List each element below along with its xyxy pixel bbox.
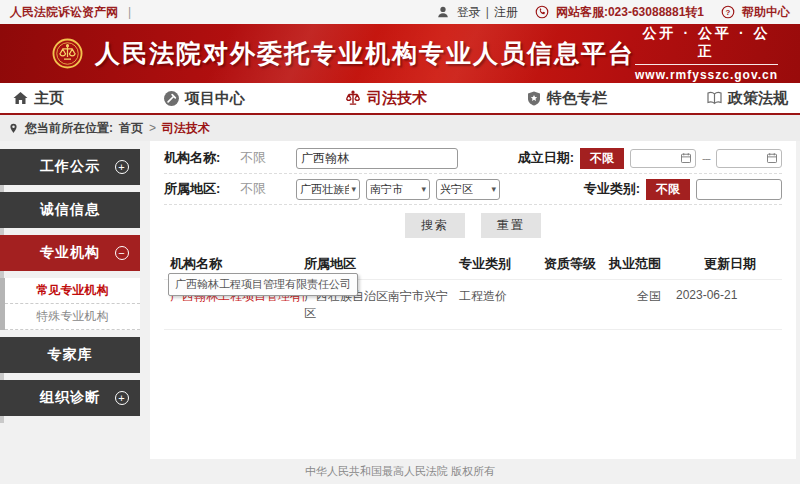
reset-button[interactable]: 重置 — [481, 213, 541, 238]
project-center-icon — [163, 90, 180, 107]
cell-category: 工程造价 — [459, 288, 544, 322]
expand-plus-icon[interactable]: + — [115, 160, 129, 174]
breadcrumb-separator: > — [149, 121, 156, 135]
founding-date-any-button[interactable]: 不限 — [580, 148, 624, 169]
nav-item-home[interactable]: 主页 — [12, 89, 64, 108]
nav-label: 主页 — [34, 89, 64, 108]
collapse-minus-icon[interactable]: − — [115, 246, 129, 260]
nav-label: 特色专栏 — [547, 89, 607, 108]
main-area: 工作公示 + 诚信信息 专业机构 − 常见专业机构 特殊专业机构 专家库 组织诊… — [0, 141, 800, 459]
region-any-option[interactable]: 不限 — [240, 180, 296, 198]
cell-grade — [544, 288, 609, 322]
header-category: 专业类别 — [459, 255, 544, 273]
chevron-down-icon: ▾ — [349, 184, 356, 194]
header-grade: 资质等级 — [544, 255, 609, 273]
district-select-value: 兴宁区 — [440, 182, 473, 197]
founding-date-from-input[interactable] — [630, 149, 696, 168]
region-label: 所属地区: — [164, 180, 240, 198]
date-range-separator: --- — [702, 152, 710, 164]
category-label: 专业类别: — [584, 180, 640, 198]
calendar-icon[interactable] — [680, 152, 692, 164]
sidebar-item-expert-library[interactable]: 专家库 — [0, 337, 140, 373]
book-icon — [706, 90, 723, 106]
header-scope: 执业范围 — [609, 255, 704, 273]
topbar-divider: | — [128, 5, 131, 19]
customer-service-label[interactable]: 网站客服:023-63088881转1 — [556, 4, 704, 21]
submenu-item-common-orgs[interactable]: 常见专业机构 — [5, 278, 140, 304]
content-panel: 机构名称: 不限 成立日期: 不限 --- — [150, 141, 796, 459]
phone-icon — [535, 5, 549, 19]
court-emblem-icon — [52, 38, 83, 69]
category-any-button[interactable]: 不限 — [646, 179, 690, 200]
region-selects: 广西壮族自治 ▾ 南宁市 ▾ 兴宁区 ▾ — [296, 179, 500, 200]
cell-scope: 全国 — [609, 288, 676, 322]
category-group: 专业类别: 不限 — [584, 179, 782, 200]
site-banner: 人民法院对外委托专业机构专业人员信息平台 公开 · 公平 · 公正 www.rm… — [0, 24, 800, 83]
founding-date-group: 成立日期: 不限 --- — [518, 148, 782, 169]
svg-text:?: ? — [726, 8, 731, 17]
sidebar-item-label: 组织诊断 — [40, 389, 100, 407]
founding-date-to-input[interactable] — [716, 149, 782, 168]
sidebar-item-label: 专业机构 — [40, 244, 100, 262]
org-name-any-option[interactable]: 不限 — [240, 149, 296, 167]
home-icon — [12, 90, 29, 106]
sidebar-item-label: 专家库 — [48, 346, 93, 364]
city-select[interactable]: 南宁市 ▾ — [366, 179, 430, 200]
register-link[interactable]: 注册 — [494, 4, 518, 21]
top-utility-bar: 人民法院诉讼资产网 | 登录 | 注册 网站客服:023-63088881转1 … — [0, 0, 800, 24]
submenu-item-special-orgs[interactable]: 特殊专业机构 — [5, 304, 140, 330]
form-actions: 搜索 重置 — [150, 205, 796, 244]
badge-icon — [526, 90, 542, 107]
org-name-input[interactable] — [296, 148, 458, 169]
help-center-link[interactable]: 帮助中心 — [742, 4, 790, 21]
district-select[interactable]: 兴宁区 ▾ — [436, 179, 500, 200]
professional-orgs-submenu: 常见专业机构 特殊专业机构 — [0, 278, 140, 330]
nav-item-featured[interactable]: 特色专栏 — [526, 89, 607, 108]
chevron-down-icon: ▾ — [419, 184, 426, 194]
asset-site-link[interactable]: 人民法院诉讼资产网 — [10, 4, 118, 21]
sidebar-item-work-publicity[interactable]: 工作公示 + — [0, 149, 140, 185]
platform-title: 人民法院对外委托专业机构专业人员信息平台 — [95, 37, 635, 70]
nav-item-policies[interactable]: 政策法规 — [706, 89, 788, 108]
founding-date-label: 成立日期: — [518, 149, 574, 167]
user-icon — [436, 5, 450, 19]
login-register-separator: | — [486, 5, 489, 19]
category-input[interactable] — [696, 179, 782, 200]
banner-slogan-block: 公开 · 公平 · 公正 www.rmfysszc.gov.cn — [635, 25, 778, 82]
main-nav: 主页 项目中心 司法技术 特色专栏 政策法规 — [0, 83, 800, 115]
breadcrumb-prefix: 您当前所在位置: — [25, 120, 113, 137]
breadcrumb-current[interactable]: 司法技术 — [162, 120, 210, 137]
site-url: www.rmfysszc.gov.cn — [635, 65, 778, 82]
help-icon: ? — [721, 5, 735, 19]
province-select-value: 广西壮族自治 — [300, 182, 349, 197]
nav-label: 司法技术 — [367, 89, 427, 108]
expand-plus-icon[interactable]: + — [115, 391, 129, 405]
sidebar: 工作公示 + 诚信信息 专业机构 − 常见专业机构 特殊专业机构 专家库 组织诊… — [0, 141, 140, 423]
form-row-region: 所属地区: 不限 广西壮族自治 ▾ 南宁市 ▾ 兴宁区 ▾ 专业类别: 不限 — [164, 174, 782, 205]
footer: 中华人民共和国最高人民法院 版权所有 — [0, 459, 800, 483]
sidebar-item-professional-orgs[interactable]: 专业机构 − — [0, 235, 140, 271]
nav-label: 项目中心 — [185, 89, 245, 108]
sidebar-item-org-diagnosis[interactable]: 组织诊断 + — [0, 380, 140, 416]
nav-item-judicial-tech[interactable]: 司法技术 — [344, 89, 427, 108]
login-link[interactable]: 登录 — [457, 4, 481, 21]
cell-updated: 2023-06-21 — [676, 288, 782, 322]
topbar-right: 登录 | 注册 网站客服:023-63088881转1 ? 帮助中心 — [424, 4, 790, 21]
city-select-value: 南宁市 — [370, 182, 403, 197]
location-pin-icon — [8, 122, 19, 135]
search-button[interactable]: 搜索 — [405, 213, 465, 238]
calendar-icon[interactable] — [766, 152, 778, 164]
nav-item-projects[interactable]: 项目中心 — [163, 89, 245, 108]
header-org-name: 机构名称 — [164, 255, 304, 273]
nav-label: 政策法规 — [728, 89, 788, 108]
breadcrumb: 您当前所在位置: 首页 > 司法技术 — [0, 115, 800, 141]
sidebar-item-integrity-info[interactable]: 诚信信息 — [0, 192, 140, 228]
org-name-label: 机构名称: — [164, 149, 240, 167]
sidebar-item-label: 诚信信息 — [40, 201, 100, 219]
slogan-text: 公开 · 公平 · 公正 — [635, 25, 778, 65]
header-region: 所属地区 — [304, 255, 459, 273]
scales-icon — [344, 90, 362, 107]
province-select[interactable]: 广西壮族自治 ▾ — [296, 179, 360, 200]
chevron-down-icon: ▾ — [489, 184, 496, 194]
breadcrumb-home-link[interactable]: 首页 — [119, 120, 143, 137]
